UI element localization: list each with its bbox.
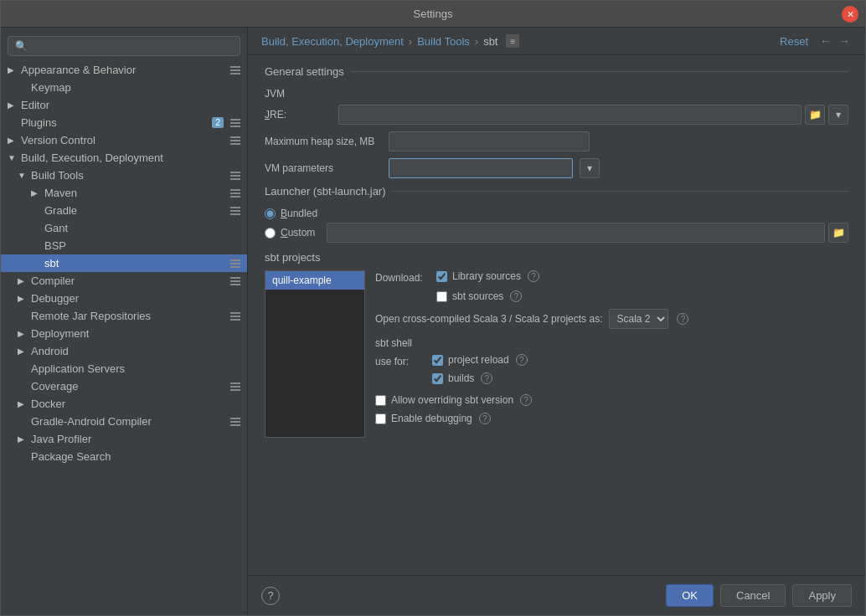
close-button[interactable]: ✕	[842, 6, 858, 23]
project-list: quill-example	[265, 270, 365, 438]
reset-button[interactable]: Reset	[780, 35, 808, 48]
sidebar-item-build-exec[interactable]: ▼ Build, Execution, Deployment	[1, 149, 247, 167]
sbt-sources-label: sbt sources	[452, 290, 503, 302]
sidebar-item-android[interactable]: ▶ Android	[1, 342, 247, 360]
enable-debug-checkbox[interactable]	[375, 413, 386, 424]
scala-version-select[interactable]: Scala 2	[609, 309, 668, 329]
stripes-icon	[230, 277, 240, 285]
sidebar-item-docker[interactable]: ▶ Docker	[1, 395, 247, 413]
sidebar-item-debugger[interactable]: ▶ Debugger	[1, 290, 247, 307]
vm-expand-button[interactable]: ▾	[580, 158, 600, 178]
arrow-icon: ▶	[8, 100, 18, 110]
jre-dropdown-button[interactable]: ▾	[828, 105, 848, 125]
apply-button[interactable]: Apply	[792, 584, 852, 607]
allow-override-checkbox[interactable]	[375, 395, 386, 406]
sidebar-item-gradle[interactable]: Gradle	[1, 202, 247, 219]
sidebar-item-deployment[interactable]: ▶ Deployment	[1, 325, 247, 342]
sidebar-item-bsp[interactable]: BSP	[1, 237, 247, 254]
cross-compiled-help-icon[interactable]: ?	[677, 313, 688, 325]
library-sources-help-icon[interactable]: ?	[528, 270, 539, 282]
settings-panel: General settings JVM JRE: 📁 ▾ Maximum he…	[248, 55, 865, 575]
jre-input[interactable]	[338, 105, 802, 125]
sidebar-item-label: Gradle	[44, 204, 227, 217]
sidebar-item-sbt[interactable]: sbt	[1, 254, 247, 272]
cancel-button[interactable]: Cancel	[720, 584, 786, 607]
arrow-icon: ▶	[18, 434, 28, 444]
sidebar-item-editor[interactable]: ▶ Editor	[1, 96, 247, 114]
sbt-settings: Download: Library sources ? sbt s	[375, 270, 848, 438]
vm-input[interactable]	[389, 158, 573, 178]
ok-button[interactable]: OK	[666, 584, 714, 607]
allow-override-row: Allow overriding sbt version ?	[375, 394, 848, 406]
sidebar: ▶ Appearance & Behavior Keymap ▶ Editor …	[1, 28, 248, 615]
use-for-checks: project reload ? builds ?	[432, 354, 528, 388]
library-sources-checkbox[interactable]	[436, 271, 447, 282]
project-item[interactable]: quill-example	[265, 271, 364, 290]
sidebar-item-keymap[interactable]: Keymap	[1, 79, 247, 96]
download-label: Download:	[375, 272, 430, 284]
library-sources-row: Library sources ?	[436, 270, 539, 282]
bundled-radio[interactable]	[265, 208, 276, 219]
arrow-icon: ▼	[8, 153, 18, 162]
sidebar-item-gant[interactable]: Gant	[1, 219, 247, 237]
bottom-bar: ? OK Cancel Apply	[248, 575, 865, 615]
enable-debug-label: Enable debugging	[391, 413, 472, 424]
sidebar-item-label: Java Profiler	[31, 433, 240, 445]
breadcrumb-sep2: ›	[475, 35, 478, 48]
sidebar-item-label: Coverage	[31, 380, 227, 393]
sidebar-item-plugins[interactable]: Plugins 2	[1, 114, 247, 131]
sbt-projects-title: sbt projects	[265, 251, 848, 264]
jvm-subsection-title: JVM	[265, 88, 848, 100]
arrow-icon: ▶	[18, 294, 28, 303]
sidebar-item-label: Android	[31, 345, 240, 357]
help-button[interactable]: ?	[261, 587, 280, 605]
sbt-sources-checkbox[interactable]	[436, 291, 447, 302]
breadcrumb-part3: sbt	[483, 35, 497, 48]
project-reload-help-icon[interactable]: ?	[516, 354, 528, 366]
heap-input[interactable]	[389, 131, 590, 151]
custom-folder-button[interactable]: 📁	[828, 223, 848, 243]
search-input[interactable]	[8, 36, 240, 56]
project-reload-row: project reload ?	[432, 354, 528, 366]
builds-checkbox[interactable]	[432, 373, 443, 384]
arrow-icon: ▶	[18, 276, 28, 285]
project-reload-checkbox[interactable]	[432, 355, 443, 366]
arrow-icon: ▼	[18, 171, 28, 180]
breadcrumb-part2[interactable]: Build Tools	[417, 35, 470, 48]
jre-label: JRE:	[265, 109, 332, 121]
sidebar-item-coverage[interactable]: Coverage	[1, 377, 247, 395]
sidebar-item-package-search[interactable]: Package Search	[1, 448, 247, 465]
stripes-icon	[230, 418, 240, 426]
sidebar-item-appearance[interactable]: ▶ Appearance & Behavior	[1, 61, 247, 79]
sidebar-item-java-profiler[interactable]: ▶ Java Profiler	[1, 430, 247, 448]
builds-label: builds	[448, 372, 474, 384]
cross-compiled-label: Open cross-compiled Scala 3 / Scala 2 pr…	[375, 313, 602, 325]
custom-radio[interactable]	[265, 228, 276, 239]
jre-folder-button[interactable]: 📁	[805, 105, 825, 125]
sidebar-item-version-control[interactable]: ▶ Version Control	[1, 131, 247, 149]
sidebar-item-label: Compiler	[31, 275, 227, 287]
sidebar-item-gradle-android[interactable]: Gradle-Android Compiler	[1, 413, 247, 430]
vm-label: VM parameters	[265, 162, 382, 174]
allow-override-label: Allow overriding sbt version	[391, 394, 513, 406]
settings-dialog: Settings ✕ ▶ Appearance & Behavior Keyma…	[0, 0, 866, 616]
enable-debug-help-icon[interactable]: ?	[479, 413, 491, 424]
edit-icon[interactable]: ≡	[506, 34, 519, 48]
sidebar-item-maven[interactable]: ▶ Maven	[1, 184, 247, 202]
sidebar-item-remote-jar[interactable]: Remote Jar Repositories	[1, 307, 247, 325]
sidebar-item-label: BSP	[44, 239, 240, 252]
stripes-icon	[230, 312, 240, 321]
sidebar-item-compiler[interactable]: ▶ Compiler	[1, 272, 247, 290]
allow-override-help-icon[interactable]: ?	[520, 394, 532, 406]
sidebar-item-app-servers[interactable]: Application Servers	[1, 360, 247, 377]
nav-back-button[interactable]: ←	[818, 34, 833, 48]
sidebar-item-label: Debugger	[31, 292, 240, 305]
nav-forward-button[interactable]: →	[837, 34, 852, 48]
sidebar-item-build-tools[interactable]: ▼ Build Tools	[1, 167, 247, 184]
custom-radio-label: Custom	[281, 227, 315, 239]
builds-help-icon[interactable]: ?	[481, 372, 492, 384]
bundled-radio-label: Bundled	[281, 208, 317, 219]
vm-params-row: VM parameters ▾	[265, 158, 848, 178]
sbt-sources-help-icon[interactable]: ?	[510, 290, 522, 302]
breadcrumb-part1[interactable]: Build, Execution, Deployment	[261, 35, 404, 48]
